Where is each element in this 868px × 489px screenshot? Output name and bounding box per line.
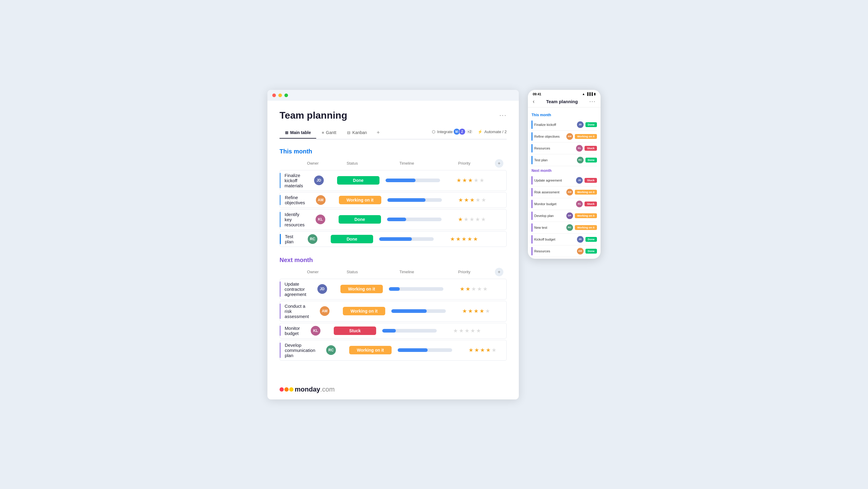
star-1: ★ <box>468 347 473 353</box>
mobile-status-badge[interactable]: Stuck <box>585 146 597 151</box>
row-color-bar <box>280 282 280 297</box>
status-badge[interactable]: Working on it <box>343 307 385 315</box>
status-cell[interactable]: Stuck <box>331 326 379 335</box>
mobile-avatar: JD <box>577 236 584 243</box>
star-1: ★ <box>462 308 467 315</box>
col-header-status: Status <box>328 270 376 274</box>
traffic-light-red[interactable] <box>272 94 276 97</box>
timeline-cell <box>382 178 443 182</box>
owner-cell: JD <box>304 175 334 185</box>
mobile-status-badge[interactable]: Stuck <box>585 178 597 183</box>
status-cell[interactable]: Working on it <box>336 196 384 204</box>
star-4: ★ <box>467 236 472 242</box>
mobile-row-name: Kickoff budget <box>534 237 575 241</box>
traffic-light-yellow[interactable] <box>278 94 282 97</box>
traffic-light-green[interactable] <box>284 94 288 97</box>
mobile-list-item: Update agreement JD Stuck <box>531 174 597 186</box>
star-4: ★ <box>470 327 475 334</box>
timeline-bar-fill <box>391 309 427 313</box>
priority-cell[interactable]: ★ ★ ★ ★ ★ <box>449 308 503 315</box>
status-cell[interactable]: Working on it <box>340 307 388 315</box>
avatar: AM <box>320 306 330 316</box>
priority-cell[interactable]: ★ ★ ★ ★ ★ <box>444 216 499 223</box>
star-4: ★ <box>486 347 491 353</box>
mobile-status-badge[interactable]: Done <box>585 158 597 163</box>
mobile-status-badge[interactable]: Done <box>585 122 597 127</box>
star-2: ★ <box>474 347 479 353</box>
status-cell[interactable]: Working on it <box>346 346 395 354</box>
mobile-avatar: AM <box>577 248 584 255</box>
mobile-status-badge[interactable]: Done <box>585 249 597 254</box>
automate-button[interactable]: ⚡ Automate / 2 <box>477 130 507 134</box>
mobile-status-badge[interactable]: Done <box>585 237 597 242</box>
logo-text: monday.com <box>295 386 335 393</box>
row-name: Refine objectives <box>285 195 305 205</box>
mobile-menu-button[interactable]: ··· <box>589 98 596 105</box>
table-row: Update contractor agreement JD Working o… <box>280 279 507 300</box>
mobile-color-bar <box>531 132 532 141</box>
tab-add-button[interactable]: + <box>373 127 384 139</box>
col-header-timeline: Timeline <box>376 270 437 274</box>
timeline-bar-fill <box>388 198 426 202</box>
row-color-bar <box>280 326 280 336</box>
status-badge[interactable]: Working on it <box>339 196 381 204</box>
mobile-status-badge[interactable]: Working on it <box>575 190 597 195</box>
timeline-bar-bg <box>387 218 441 221</box>
mobile-status-badge[interactable]: Stuck <box>585 201 597 206</box>
mobile-status-badge[interactable]: Working on it <box>575 225 597 230</box>
status-badge[interactable]: Stuck <box>334 326 376 335</box>
integrate-button[interactable]: ⬡ Integrate M Z +2 <box>432 128 473 135</box>
tab-gantt[interactable]: ≡ Gantt <box>316 128 342 138</box>
timeline-bar-fill <box>398 348 428 352</box>
timeline-bar-bg <box>388 198 442 202</box>
status-cell[interactable]: Done <box>336 215 384 224</box>
row-name: Conduct a risk assessment <box>285 303 310 319</box>
timeline-bar-bg <box>391 309 446 313</box>
this-month-header-row: Owner Status Timeline Priority + <box>280 158 507 170</box>
row-name: Develop communication plan <box>285 343 316 358</box>
page-title: Team planning <box>280 110 347 121</box>
status-cell[interactable]: Done <box>334 176 382 185</box>
add-column-button[interactable]: + <box>492 268 507 276</box>
mobile-back-button[interactable]: ‹ <box>533 98 534 105</box>
battery-icon: ▮ <box>594 92 596 96</box>
status-badge[interactable]: Done <box>331 235 373 243</box>
logo-dot-red <box>280 387 284 392</box>
status-badge[interactable]: Working on it <box>349 346 392 354</box>
page-header: Team planning ··· <box>280 110 507 121</box>
priority-cell[interactable]: ★ ★ ★ ★ ★ <box>437 236 491 242</box>
priority-cell[interactable]: ★ ★ ★ ★ ★ <box>443 177 498 184</box>
tab-main-table[interactable]: ⊞ Main table <box>280 128 316 138</box>
group-next-month-title: Next month <box>280 257 313 264</box>
priority-cell[interactable]: ★ ★ ★ ★ ★ <box>446 286 501 292</box>
timeline-cell <box>386 287 446 291</box>
priority-cell[interactable]: ★ ★ ★ ★ ★ <box>455 347 510 353</box>
more-options-button[interactable]: ··· <box>499 111 507 119</box>
avatar: RC <box>308 234 317 244</box>
mobile-status-badge[interactable]: Working on it <box>575 213 597 218</box>
priority-cell[interactable]: ★ ★ ★ ★ ★ <box>445 197 499 203</box>
next-month-header-row: Owner Status Timeline Priority + <box>280 267 507 279</box>
table-row: Refine objectives AM Working on it <box>280 192 507 208</box>
status-cell[interactable]: Done <box>328 235 376 243</box>
star-4: ★ <box>474 177 478 184</box>
logo-dot-yellow <box>289 387 293 392</box>
status-badge[interactable]: Working on it <box>340 285 383 293</box>
star-5: ★ <box>485 308 490 315</box>
mobile-list-item: Resources KL Stuck <box>531 142 597 154</box>
status-badge[interactable]: Done <box>337 176 379 185</box>
mobile-group-next-month-title: Next month <box>531 168 597 173</box>
timeline-cell <box>376 237 437 241</box>
mobile-status-bar: 09:41 ▲ ▐▐▐ ▮ <box>528 90 600 97</box>
mobile-avatar: RC <box>566 224 573 231</box>
timeline-cell <box>384 218 444 221</box>
table-row: Finalize kickoff materials JD Done <box>280 170 507 191</box>
tab-kanban[interactable]: ⊟ Kanban <box>342 128 372 138</box>
mobile-status-badge[interactable]: Working on it <box>575 134 597 139</box>
status-cell[interactable]: Working on it <box>337 285 386 293</box>
kanban-icon: ⊟ <box>347 130 350 135</box>
add-column-button[interactable]: + <box>492 159 507 168</box>
priority-cell[interactable]: ★ ★ ★ ★ ★ <box>440 327 494 334</box>
logo-dot-orange <box>284 387 289 392</box>
status-badge[interactable]: Done <box>339 215 381 224</box>
